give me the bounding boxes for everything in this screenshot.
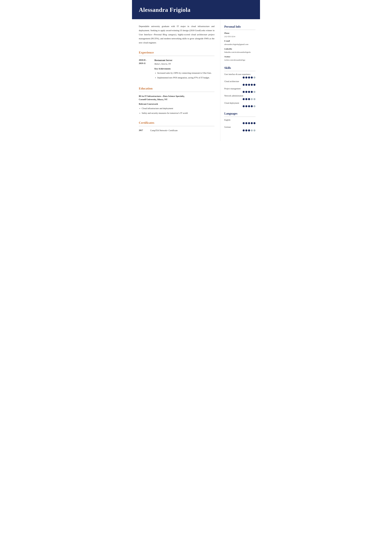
skill-dots (224, 84, 255, 86)
dot-filled (251, 105, 253, 107)
exp-date-end: 2019-11 (139, 62, 154, 65)
dot-filled (251, 91, 253, 93)
dot-filled (251, 77, 253, 78)
dot-filled (248, 105, 250, 107)
education-section: Education BS in IT Infrastructure—Data S… (139, 86, 215, 115)
linkedin-value: linkedin.com/in/alessandrafrigiola (224, 51, 255, 54)
key-achievements-label: Key Achievements (154, 67, 215, 70)
skill-name: Cloud architecture (224, 80, 255, 83)
exp-date-start: 2018-01 - (139, 58, 154, 62)
dot-filled (243, 91, 245, 93)
dot-filled (253, 84, 255, 86)
experience-entry: 2018-01 - 2019-11 Restaurant Server Baha… (139, 58, 215, 81)
education-detail: BS in IT Infrastructure—Data Science Spe… (139, 94, 215, 115)
dot-filled (243, 77, 245, 78)
candidate-name: Alessandra Frigiola (139, 5, 253, 15)
dot-filled (243, 129, 245, 131)
edu-degree: BS in IT Infrastructure—Data Science Spe… (139, 94, 215, 101)
skills-divider (224, 71, 255, 71)
twitter-label: Twitter (224, 55, 255, 58)
languages-divider (224, 117, 255, 117)
languages-title: Languages (224, 111, 255, 116)
sidebar: Personal Info Phone 212-555-3214 E-mail … (220, 19, 260, 141)
language-name: English (224, 119, 255, 122)
dot-filled (245, 77, 247, 78)
experience-detail: Restaurant Server Bahari, Astoria, NY Ke… (154, 58, 215, 81)
dot-empty (253, 98, 255, 100)
coursework-1: Cloud infrastructure and deployment (142, 107, 215, 110)
cert-year: 2017 (139, 129, 147, 132)
language-name: German (224, 126, 255, 129)
skill-item: Cloud architecture (224, 80, 255, 86)
dot-filled (245, 98, 247, 100)
skill-name: Network administration (224, 94, 255, 98)
certificate-entry: 2017 CompTIA Network+ Certificate (139, 129, 215, 132)
languages-section: Languages EnglishGerman (224, 111, 255, 131)
personal-info-title: Personal Info (224, 24, 255, 29)
exp-company: Bahari, Astoria, NY (154, 62, 215, 66)
body-layout: Dependable university graduate with IT m… (132, 19, 260, 143)
skill-item: Network administration (224, 94, 255, 100)
dot-filled (243, 122, 245, 124)
achievements-list: Increased sales by 230% by connecting re… (154, 71, 215, 80)
dot-filled (248, 129, 250, 131)
achievement-1: Increased sales by 230% by connecting re… (157, 71, 215, 75)
certificates-title: Certificates (139, 120, 215, 125)
dot-filled (248, 98, 250, 100)
dot-empty (253, 77, 255, 78)
personal-info-section: Personal Info Phone 212-555-3214 E-mail … (224, 24, 255, 62)
languages-container: EnglishGerman (224, 119, 255, 131)
dot-filled (253, 122, 255, 124)
experience-divider (139, 56, 215, 56)
dot-filled (251, 84, 253, 86)
achievement-2: Implemented new POS integration, saving … (157, 76, 215, 80)
resume: Alessandra Frigiola Dependable universit… (132, 0, 260, 143)
dot-filled (245, 105, 247, 107)
dot-filled (248, 122, 250, 124)
exp-job-title: Restaurant Server (154, 58, 215, 62)
dot-empty (251, 129, 253, 131)
skills-section: Skills User interface & user experienceC… (224, 66, 255, 107)
skill-item: User interface & user experience (224, 73, 255, 78)
main-content: Dependable university graduate with IT m… (132, 19, 220, 143)
education-divider (139, 92, 215, 92)
twitter-value: twitter.com/alessandrafrigo (224, 58, 255, 62)
language-dots (224, 129, 255, 131)
certificates-divider (139, 126, 215, 126)
coursework-2: Safety and security measures for tomorro… (142, 111, 215, 115)
skill-item: Cloud deployment (224, 102, 255, 107)
skill-name: Cloud deployment (224, 102, 255, 105)
dot-empty (253, 91, 255, 93)
skill-dots (224, 77, 255, 78)
coursework-label: Relevant Coursework (139, 102, 215, 106)
experience-title: Experience (139, 50, 215, 55)
phone-value: 212-555-3214 (224, 35, 255, 38)
summary: Dependable university graduate with IT m… (139, 24, 215, 45)
certificates-section: Certificates 2017 CompTIA Network+ Certi… (139, 120, 215, 132)
dot-filled (243, 105, 245, 107)
dot-empty (253, 129, 255, 131)
skill-name: User interface & user experience (224, 73, 255, 76)
email-label: E-mail (224, 39, 255, 42)
personal-info-divider (224, 30, 255, 30)
education-title: Education (139, 86, 215, 91)
dot-filled (248, 84, 250, 86)
skill-dots (224, 98, 255, 100)
dot-filled (245, 122, 247, 124)
phone-label: Phone (224, 32, 255, 35)
dot-filled (251, 122, 253, 124)
dot-filled (248, 77, 250, 78)
language-dots (224, 122, 255, 124)
cert-name: CompTIA Network+ Certificate (150, 129, 178, 132)
dot-empty (253, 105, 255, 107)
header: Alessandra Frigiola (132, 0, 260, 19)
skill-name: Project management (224, 87, 255, 90)
experience-section: Experience 2018-01 - 2019-11 Restaurant … (139, 50, 215, 81)
dot-filled (243, 84, 245, 86)
dot-filled (248, 91, 250, 93)
skill-item: Project management (224, 87, 255, 93)
email-value: alessandra.frigiola@gmail.com (224, 43, 255, 46)
coursework-list: Cloud infrastructure and deployment Safe… (139, 107, 215, 115)
dot-empty (251, 98, 253, 100)
language-item: German (224, 126, 255, 131)
